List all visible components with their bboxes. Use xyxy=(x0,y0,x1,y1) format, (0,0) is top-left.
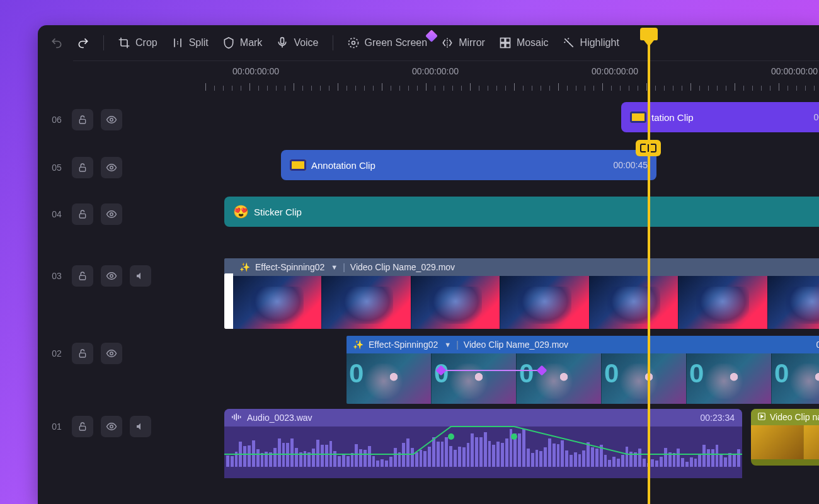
svg-rect-19 xyxy=(232,416,233,418)
track-number: 05 xyxy=(49,163,64,173)
thumbnail xyxy=(751,425,804,459)
ruler-ticks xyxy=(205,83,819,91)
clip-duration: 00:00:45 xyxy=(814,112,820,122)
sticker-clip[interactable]: 😍 Sticker Clip xyxy=(224,197,819,227)
redo-button[interactable] xyxy=(73,34,93,52)
annotation-icon xyxy=(630,112,646,123)
divider xyxy=(103,35,104,50)
svg-point-16 xyxy=(110,352,113,355)
svg-point-14 xyxy=(110,275,113,278)
mosaic-button[interactable]: Mosaic xyxy=(495,34,553,52)
mark-button[interactable]: Mark xyxy=(219,34,266,52)
clip-duration: 00:23:34 xyxy=(701,413,735,423)
svg-rect-23 xyxy=(240,416,241,418)
visibility-button[interactable] xyxy=(101,416,122,437)
track-number: 06 xyxy=(49,115,64,125)
mirror-button[interactable]: Mirror xyxy=(437,34,489,52)
sticker-emoji-icon: 😍 xyxy=(233,204,249,219)
play-icon xyxy=(757,412,766,423)
split-button[interactable]: Split xyxy=(168,34,212,52)
audio-name: Audio_0023.wav xyxy=(247,413,312,423)
video-clip[interactable]: Video Clip na xyxy=(751,409,819,466)
toolbar: Crop Split Mark Voice Green Screen xyxy=(38,25,819,60)
playhead-handle-icon[interactable] xyxy=(640,28,658,40)
chevron-down-icon[interactable]: ▼ xyxy=(444,341,451,348)
mic-icon xyxy=(276,37,289,49)
timeline-editor: Crop Split Mark Voice Green Screen xyxy=(38,25,819,504)
clip-name: Video Clip na xyxy=(770,412,819,422)
ruler-mark: 00:00:00:00 xyxy=(412,66,459,76)
visibility-button[interactable] xyxy=(101,265,122,287)
crop-icon xyxy=(118,37,130,49)
audio-clip[interactable]: Audio_0023.wav 00:23:34 xyxy=(224,409,742,478)
ruler-mark: 00:00:00:00 xyxy=(232,66,279,76)
time-ruler[interactable]: 00:00:00:00 00:00:00:00 00:00:00:00 00:0… xyxy=(73,60,819,96)
lock-button[interactable] xyxy=(72,416,93,437)
green-screen-icon xyxy=(347,37,360,49)
keyframe-bar[interactable] xyxy=(441,370,542,371)
mute-button[interactable] xyxy=(130,416,151,437)
green-screen-label: Green Screen xyxy=(365,37,428,49)
voice-label: Voice xyxy=(294,37,318,49)
svg-rect-5 xyxy=(500,43,505,48)
highlight-button[interactable]: Highlight xyxy=(559,34,623,52)
clip-label: Annotation Clip xyxy=(311,160,614,171)
crop-button[interactable]: Crop xyxy=(114,34,161,52)
svg-point-12 xyxy=(110,213,113,216)
mute-button[interactable] xyxy=(130,265,151,287)
clip-name: Video Clip Name_029.mov xyxy=(350,262,455,272)
svg-rect-3 xyxy=(500,38,505,43)
premium-badge-icon xyxy=(425,30,438,42)
clip-duration: 00:23:13 xyxy=(816,340,820,350)
voice-button[interactable]: Voice xyxy=(272,34,322,52)
svg-point-1 xyxy=(352,42,355,45)
annotation-icon xyxy=(290,159,306,171)
annotation-clip[interactable]: Annotation Clip 00:00:45 xyxy=(281,150,656,180)
svg-rect-0 xyxy=(281,38,284,44)
tracks-panel: 06 tation Clip 00:00:45 05 xyxy=(38,96,819,504)
lock-button[interactable] xyxy=(72,343,93,364)
thumbnail xyxy=(804,425,819,459)
lock-button[interactable] xyxy=(72,157,93,178)
split-handle-icon[interactable] xyxy=(636,140,661,156)
svg-rect-20 xyxy=(234,415,235,420)
visibility-button[interactable] xyxy=(101,343,122,364)
svg-rect-13 xyxy=(79,275,85,280)
svg-rect-9 xyxy=(79,167,85,171)
clip-label: tation Clip xyxy=(651,112,814,123)
svg-rect-6 xyxy=(506,43,510,48)
svg-marker-25 xyxy=(761,415,764,418)
crop-label: Crop xyxy=(135,37,158,49)
envelope-handle[interactable] xyxy=(448,433,454,440)
ruler-mark: 00:00:00:00 xyxy=(592,66,638,76)
lock-button[interactable] xyxy=(72,203,93,225)
effect-icon: ✨ xyxy=(353,340,364,350)
svg-rect-7 xyxy=(79,119,85,123)
mosaic-label: Mosaic xyxy=(517,37,549,49)
clip-duration: 00:00:45 xyxy=(614,160,648,170)
svg-point-2 xyxy=(348,38,358,48)
mark-icon xyxy=(222,37,235,49)
chevron-down-icon[interactable]: ▼ xyxy=(331,263,338,271)
undo-icon xyxy=(50,37,63,49)
visibility-button[interactable] xyxy=(101,157,122,178)
playhead[interactable] xyxy=(648,35,650,504)
clip-name: Video Clip Name_029.mov xyxy=(464,340,811,350)
visibility-button[interactable] xyxy=(101,203,122,225)
svg-point-10 xyxy=(110,166,113,169)
split-icon xyxy=(171,37,184,49)
envelope-handle[interactable] xyxy=(511,433,517,440)
lock-button[interactable] xyxy=(72,265,93,287)
undo-button[interactable] xyxy=(47,34,67,52)
effect-name: Effect-Spinning02 xyxy=(255,262,324,272)
svg-rect-4 xyxy=(506,38,510,43)
svg-point-8 xyxy=(110,118,113,122)
effect-name: Effect-Spinning02 xyxy=(369,340,438,350)
highlight-label: Highlight xyxy=(580,37,619,49)
mark-label: Mark xyxy=(240,37,263,49)
track-number: 04 xyxy=(49,209,64,219)
visibility-button[interactable] xyxy=(101,109,122,130)
lock-button[interactable] xyxy=(72,109,93,130)
green-screen-button[interactable]: Green Screen xyxy=(343,34,432,52)
annotation-clip[interactable]: tation Clip 00:00:45 xyxy=(621,102,819,132)
